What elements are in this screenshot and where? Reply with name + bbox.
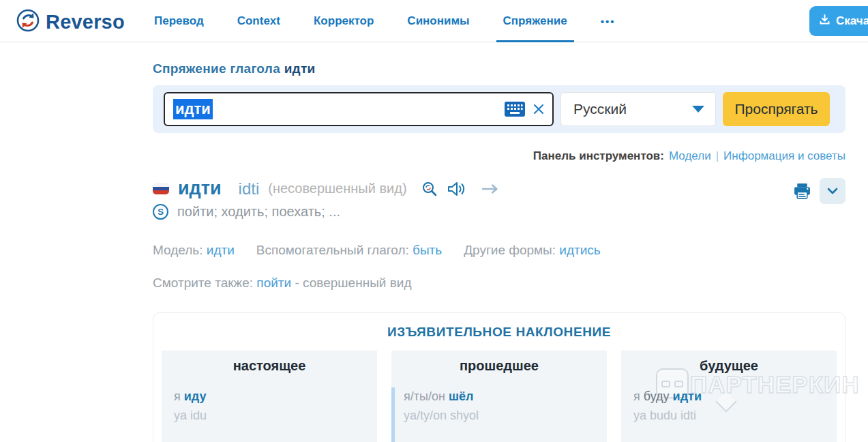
mood-section-title: ИЗЪЯВИТЕЛЬНОЕ НАКЛОНЕНИЕ (162, 325, 837, 340)
reverso-logo-icon (16, 9, 40, 35)
verb-word: идти (178, 178, 222, 199)
pronoun-text: я (633, 389, 644, 403)
conjugation-row[interactable]: я буду идти (633, 389, 837, 404)
see-also-link[interactable]: пойти (256, 276, 291, 290)
chevron-down-icon (692, 106, 704, 113)
nav-item-synonyms[interactable]: Синонимы (403, 0, 473, 42)
search-input-icons (505, 93, 545, 125)
verb-search-input[interactable]: идти (164, 92, 554, 126)
pronoun-text: я (174, 389, 184, 403)
expand-chevron-button[interactable] (820, 178, 845, 204)
see-also-suffix: - совершенный вид (291, 276, 411, 290)
conjugate-button[interactable]: Проспрягать (723, 92, 830, 126)
conjugation-rows: я/ты/он шёл ya/ty/on shyol (391, 389, 607, 423)
auxiliary-link[interactable]: быть (413, 243, 442, 257)
nav-item-corrector[interactable]: Корректор (310, 0, 378, 42)
main-content: Спряжение глагола идти идти (0, 61, 868, 442)
page: Reverso Перевод Context Корректор Синони… (0, 0, 868, 442)
language-dropdown-value: Русский (573, 101, 627, 117)
page-title: Спряжение глагола идти (153, 61, 845, 76)
reverso-logo-text: Reverso (46, 11, 125, 33)
search-input-selected-text: идти (173, 99, 213, 119)
other-forms-label: Другие формы: (464, 243, 556, 257)
conjugation-rows: я иду ya idu (162, 389, 377, 423)
conjugation-row[interactable]: я/ты/он шёл (404, 389, 607, 404)
see-also-row: Смотрите также: пойти - совершенный вид (153, 276, 845, 291)
model-link[interactable]: идти (207, 243, 235, 257)
tense-header-future: будущее (621, 358, 837, 374)
download-button[interactable]: Скачать (809, 6, 868, 36)
auxiliary-text: буду (644, 389, 673, 403)
other-forms-group: Другие формы: идтись (464, 243, 601, 258)
model-label: Модель: (153, 243, 203, 257)
verb-form-text: иду (184, 389, 207, 403)
russian-flag-icon (153, 183, 169, 194)
verb-aspect: (несовершенный вид) (268, 181, 406, 196)
nav-item-conjugation-active[interactable]: Спряжение (499, 0, 571, 42)
transliteration-text: ya budu idti (633, 409, 837, 423)
top-navigation-bar: Reverso Перевод Context Корректор Синони… (0, 0, 868, 42)
verb-meta-row: Модель: идти Вспомогательный глагол: быт… (153, 243, 845, 258)
models-link[interactable]: Модели (669, 149, 711, 163)
page-title-verb: идти (284, 61, 316, 76)
synonyms-icon: S (153, 204, 168, 220)
page-title-prefix: Спряжение глагола (153, 61, 284, 76)
nav-item-translation[interactable]: Перевод (150, 0, 208, 42)
nav-item-context[interactable]: Context (233, 0, 284, 42)
see-also-label: Смотрите также: (153, 276, 253, 290)
tense-header-present: настоящее (162, 358, 377, 374)
pronoun-text: я/ты/он (404, 389, 449, 403)
virtual-keyboard-icon[interactable] (505, 102, 525, 117)
tense-header-past: прошедшее (391, 358, 607, 374)
verb-header: идти idti (несовершенный вид) (153, 178, 845, 220)
main-nav: Перевод Context Корректор Синонимы Спряж… (150, 0, 644, 42)
clear-input-icon[interactable] (532, 102, 545, 116)
auxiliary-group: Вспомогательный глагол: быть (256, 243, 442, 258)
nav-more-button[interactable]: ••• (597, 0, 620, 42)
info-tips-link[interactable]: Информация и советы (723, 149, 845, 163)
verb-form-text: шёл (449, 389, 473, 403)
tools-separator: | (716, 149, 719, 163)
search-panel: идти (153, 85, 845, 133)
print-icon[interactable] (793, 183, 811, 200)
auxiliary-label: Вспомогательный глагол: (256, 243, 409, 257)
pronounce-speaker-icon[interactable] (447, 181, 467, 197)
download-icon (819, 14, 830, 29)
tense-column-future: будущее я буду идти ya budu idti (621, 351, 837, 442)
transliteration-text: ya idu (174, 409, 377, 423)
verb-actions (793, 178, 845, 204)
tools-label: Панель инструментов: (533, 149, 664, 163)
search-context-icon[interactable] (421, 181, 438, 197)
arrow-right-icon[interactable] (481, 183, 499, 194)
other-forms-link[interactable]: идтись (559, 243, 600, 257)
language-dropdown[interactable]: Русский (560, 92, 716, 126)
download-button-label: Скачать (836, 14, 868, 28)
tense-column-present: настоящее я иду ya idu (162, 351, 377, 442)
tense-columns: настоящее я иду ya idu прошедшее я/ты/он… (162, 351, 837, 442)
transliteration-text: ya/ty/on shyol (404, 409, 607, 423)
tools-row: Панель инструментов: Модели | Информация… (153, 149, 845, 163)
synonyms-line: S пойти; ходить; поехать; ... (153, 204, 845, 220)
model-group: Модель: идти (153, 243, 235, 258)
reverso-logo[interactable]: Reverso (16, 9, 125, 35)
verb-form-text: идти (673, 389, 702, 403)
verb-transliteration: idti (239, 179, 260, 198)
tense-column-past: прошедшее я/ты/он шёл ya/ty/on shyol (391, 351, 607, 442)
conjugation-rows: я буду идти ya budu idti (621, 389, 837, 423)
conjugation-card: ИЗЪЯВИТЕЛЬНОЕ НАКЛОНЕНИЕ настоящее я иду… (153, 312, 845, 442)
conjugation-row[interactable]: я иду (174, 389, 377, 404)
synonyms-text: пойти; ходить; поехать; ... (177, 204, 340, 220)
verb-line: идти idti (несовершенный вид) (153, 178, 845, 199)
